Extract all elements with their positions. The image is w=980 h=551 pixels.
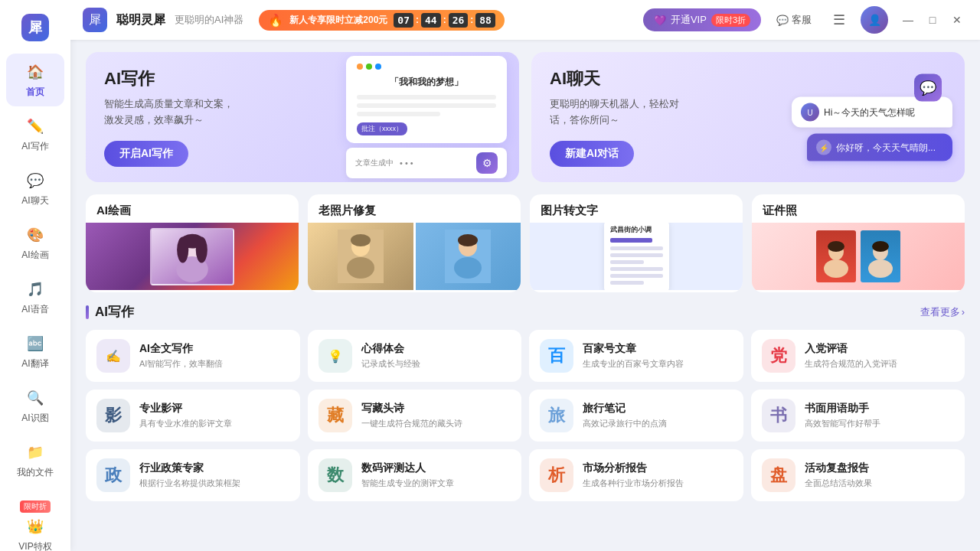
tool-info-industry-policy: 行业政策专家根据行业名称提供政策框架: [139, 461, 289, 489]
tool-name-experience: 心得体会: [361, 342, 511, 356]
sidebar-logo: 犀: [21, 6, 49, 54]
chat-preview: 💬 U Hi～今天的天气怎样呢 ⚡ 你好呀，今天天气晴朗...: [792, 64, 952, 161]
tool-item-event-report[interactable]: 盘活动复盘报告全面总结活动效果: [751, 449, 965, 501]
svg-point-16: [828, 241, 844, 252]
sidebar-item-ai-ocr[interactable]: 🔍 AI识图: [6, 380, 64, 432]
tool-info-travel-note: 旅行笔记高效记录旅行中的点滴: [583, 402, 733, 429]
tool-name-digital-review: 数码评测达人: [361, 461, 511, 475]
view-more-link[interactable]: 查看更多 ›: [920, 305, 965, 319]
sidebar-item-ai-write[interactable]: ✏️ AI写作: [6, 108, 64, 161]
feature-card-ai-paint[interactable]: AI绘画: [86, 194, 299, 292]
tool-icon-event-report: 盘: [762, 458, 795, 492]
tool-icon-digital-review: 数: [318, 458, 352, 492]
sidebar-item-ai-voice[interactable]: 🎵 AI语音: [6, 271, 64, 324]
tool-desc-party-review: 生成符合规范的入党评语: [805, 358, 955, 370]
write-status-text: 文章生成中: [355, 158, 394, 168]
sidebar-item-home[interactable]: 🏠 首页: [6, 54, 64, 106]
chat-bubble-ai: ⚡ 你好呀，今天天气晴朗...: [807, 134, 952, 161]
tool-item-digital-review[interactable]: 数数码评测达人智能生成专业的测评文章: [308, 449, 522, 501]
idphoto-blue: [861, 230, 900, 282]
user-avatar[interactable]: 👤: [861, 6, 888, 34]
hero-write-desc: 智能生成高质量文章和文案，激发灵感，效率飙升～: [104, 96, 242, 129]
hero-ai-chat-card[interactable]: AI聊天 更聪明的聊天机器人，轻松对话，答你所问～ 新建AI对话 💬 U Hi～…: [531, 52, 965, 182]
tool-item-party-review[interactable]: 党入党评语生成符合规范的入党评语: [751, 330, 965, 382]
tool-icon-full-write: ✍️: [96, 339, 130, 373]
hero-ai-write-card[interactable]: AI写作 智能生成高质量文章和文案，激发灵感，效率飙升～ 开启AI写作 Ai 「…: [86, 52, 519, 182]
tool-icon-baijia: 百: [540, 339, 573, 373]
dot-blue: [375, 64, 381, 70]
tool-item-industry-policy[interactable]: 政行业政策专家根据行业名称提供政策框架: [86, 449, 300, 501]
vip-icon: 👑: [24, 516, 46, 537]
tool-item-full-write[interactable]: ✍️AI全文写作AI智能写作，效率翻倍: [86, 330, 300, 382]
sidebar-item-vip[interactable]: 限时折 👑 VIP特权: [6, 491, 64, 551]
feature-card-old-photo[interactable]: 老照片修复: [308, 194, 521, 292]
feature-ocr-label: 图片转文字: [530, 194, 743, 223]
minimize-button[interactable]: —: [897, 9, 919, 31]
window-controls: — □ ✕: [897, 9, 968, 31]
tool-info-party-review: 入党评语生成符合规范的入党评语: [805, 342, 955, 370]
ocr-doc-title: 武昌街的小调: [610, 225, 663, 235]
tool-name-full-write: AI全文写作: [139, 342, 289, 356]
preview-line-2: [357, 103, 496, 108]
tool-item-baijia[interactable]: 百百家号文章生成专业的百家号文章内容: [529, 330, 743, 382]
svg-point-12: [454, 257, 482, 279]
sidebar-item-ai-paint[interactable]: 🎨 AI绘画: [6, 217, 64, 269]
tool-info-book-helper: 书面用语助手高效智能写作好帮手: [805, 402, 955, 429]
tool-item-market-report[interactable]: 析市场分析报告生成各种行业市场分析报告: [529, 449, 743, 501]
tool-icon-experience: 💡: [318, 339, 352, 373]
sidebar-item-ai-chat[interactable]: 💬 AI聊天: [6, 162, 64, 215]
timer-minutes: 44: [421, 13, 441, 28]
dot-orange: [357, 64, 363, 70]
feature-card-id-photo[interactable]: 证件照: [752, 194, 965, 292]
close-button[interactable]: ✕: [946, 9, 968, 31]
tool-item-acrostic[interactable]: 藏写藏头诗一键生成符合规范的藏头诗: [308, 390, 522, 442]
menu-button[interactable]: ☰: [827, 8, 851, 32]
tool-info-event-report: 活动复盘报告全面总结活动效果: [805, 461, 955, 489]
vip-discount-badge: 限时3折: [711, 14, 750, 27]
header: 犀 聪明灵犀 更聪明的AI神器 🔥 新人专享限时立减200元 07 : 44 :…: [70, 0, 980, 40]
service-button[interactable]: 💬 客服: [770, 10, 818, 30]
vip-open-button[interactable]: 💜 开通VIP 限时3折: [643, 8, 761, 31]
app-tagline: 更聪明的AI神器: [175, 13, 243, 27]
tool-info-digital-review: 数码评测达人智能生成专业的测评文章: [361, 461, 511, 489]
tool-item-experience[interactable]: 💡心得体会记录成长与经验: [308, 330, 522, 382]
hero-chat-btn[interactable]: 新建AI对话: [550, 141, 634, 167]
idphoto-red: [816, 230, 856, 282]
promo-fire-icon: 🔥: [268, 13, 283, 28]
tool-name-book-helper: 书面用语助手: [805, 402, 955, 416]
app-logo-icon: 犀: [21, 14, 49, 41]
sidebar-item-ai-ocr-label: AI识图: [21, 412, 48, 425]
header-logo-icon: 犀: [83, 8, 107, 32]
feature-idphoto-visual: [752, 223, 965, 290]
tool-item-book-helper[interactable]: 书书面用语助手高效智能写作好帮手: [751, 390, 965, 442]
content-area: AI写作 智能生成高质量文章和文案，激发灵感，效率飙升～ 开启AI写作 Ai 「…: [70, 40, 980, 551]
tool-item-travel-note[interactable]: 旅旅行笔记高效记录旅行中的点滴: [529, 390, 743, 442]
timer-hours: 07: [394, 13, 413, 28]
maximize-button[interactable]: □: [922, 9, 943, 31]
tool-desc-industry-policy: 根据行业名称提供政策框架: [139, 478, 289, 489]
preview-dots: [357, 64, 496, 70]
preview-comment-badge: 批注（xxxx）: [357, 122, 407, 135]
ai-write-title-text: AI写作: [95, 303, 134, 321]
sidebar-item-ai-translate[interactable]: 🔤 AI翻译: [6, 325, 64, 378]
chat-user-avatar: U: [801, 103, 819, 122]
promo-text: 新人专享限时立减200元: [289, 14, 387, 27]
feature-card-ocr[interactable]: 图片转文字 武昌街的小调: [530, 194, 743, 292]
tool-item-film-review[interactable]: 影专业影评具有专业水准的影评文章: [86, 390, 300, 442]
ai-chat-icon: 💬: [24, 170, 46, 191]
section-accent-bar: [86, 305, 89, 319]
tool-icon-party-review: 党: [762, 339, 795, 373]
vip-limited-badge: 限时折: [20, 500, 51, 513]
tool-info-experience: 心得体会记录成长与经验: [361, 342, 511, 370]
hero-write-btn[interactable]: 开启AI写作: [104, 141, 188, 167]
tool-name-industry-policy: 行业政策专家: [139, 461, 289, 475]
tool-icon-travel-note: 旅: [540, 399, 573, 432]
chat-float-icon: 💬: [914, 74, 942, 102]
tool-desc-acrostic: 一键生成符合规范的藏头诗: [361, 418, 511, 429]
chevron-right-icon: ›: [962, 306, 965, 318]
tool-desc-baijia: 生成专业的百家号文章内容: [583, 358, 733, 370]
sidebar-item-my-files[interactable]: 📁 我的文件: [6, 434, 64, 487]
sidebar-item-ai-voice-label: AI语音: [21, 303, 48, 316]
tool-desc-travel-note: 高效记录旅行中的点滴: [583, 418, 733, 429]
ai-paint-icon: 🎨: [24, 224, 46, 246]
